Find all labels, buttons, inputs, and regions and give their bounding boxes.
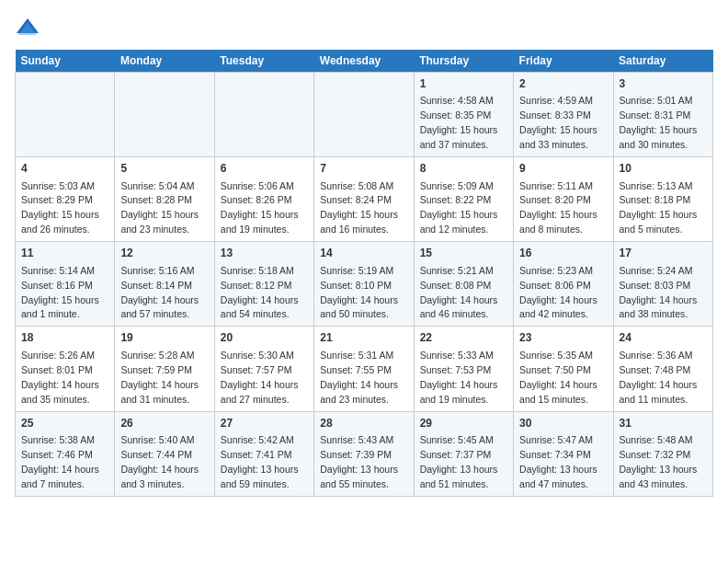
day-number: 24 bbox=[620, 330, 707, 346]
day-info: Sunrise: 5:24 AM Sunset: 8:03 PM Dayligh… bbox=[620, 265, 698, 320]
day-info: Sunrise: 5:01 AM Sunset: 8:31 PM Dayligh… bbox=[620, 95, 698, 150]
calendar-week-5: 25Sunrise: 5:38 AM Sunset: 7:46 PM Dayli… bbox=[16, 411, 713, 496]
day-number: 27 bbox=[221, 416, 308, 431]
header-cell-tuesday: Tuesday bbox=[214, 50, 313, 73]
day-info: Sunrise: 5:03 AM Sunset: 8:29 PM Dayligh… bbox=[21, 180, 99, 236]
day-number: 8 bbox=[420, 161, 507, 177]
calendar-cell: 30Sunrise: 5:47 AM Sunset: 7:34 PM Dayli… bbox=[514, 411, 613, 496]
day-number: 26 bbox=[120, 416, 208, 431]
day-number: 10 bbox=[620, 161, 707, 177]
day-number: 28 bbox=[320, 416, 407, 431]
page-header bbox=[15, 15, 713, 40]
calendar-cell: 10Sunrise: 5:13 AM Sunset: 8:18 PM Dayli… bbox=[613, 157, 712, 242]
day-info: Sunrise: 5:45 AM Sunset: 7:37 PM Dayligh… bbox=[420, 434, 498, 489]
calendar-cell: 18Sunrise: 5:26 AM Sunset: 8:01 PM Dayli… bbox=[16, 327, 115, 411]
header-cell-monday: Monday bbox=[115, 50, 214, 73]
calendar-cell: 9Sunrise: 5:11 AM Sunset: 8:20 PM Daylig… bbox=[514, 157, 613, 242]
calendar-cell: 7Sunrise: 5:08 AM Sunset: 8:24 PM Daylig… bbox=[314, 157, 414, 242]
day-info: Sunrise: 5:36 AM Sunset: 7:48 PM Dayligh… bbox=[620, 350, 698, 405]
calendar-week-2: 4Sunrise: 5:03 AM Sunset: 8:29 PM Daylig… bbox=[16, 157, 713, 242]
calendar-week-1: 1Sunrise: 4:58 AM Sunset: 8:35 PM Daylig… bbox=[16, 73, 713, 157]
header-cell-wednesday: Wednesday bbox=[314, 50, 414, 73]
day-number: 22 bbox=[420, 330, 507, 346]
calendar-cell: 4Sunrise: 5:03 AM Sunset: 8:29 PM Daylig… bbox=[16, 157, 115, 242]
calendar-cell bbox=[314, 73, 414, 157]
calendar-cell: 6Sunrise: 5:06 AM Sunset: 8:26 PM Daylig… bbox=[214, 157, 313, 242]
calendar-body: 1Sunrise: 4:58 AM Sunset: 8:35 PM Daylig… bbox=[16, 73, 713, 497]
day-info: Sunrise: 5:33 AM Sunset: 7:53 PM Dayligh… bbox=[420, 350, 498, 405]
day-number: 16 bbox=[519, 246, 607, 261]
calendar-cell: 12Sunrise: 5:16 AM Sunset: 8:14 PM Dayli… bbox=[115, 242, 214, 327]
header-cell-friday: Friday bbox=[514, 50, 613, 73]
logo-icon bbox=[15, 15, 40, 40]
day-info: Sunrise: 5:42 AM Sunset: 7:41 PM Dayligh… bbox=[221, 434, 299, 489]
day-number: 23 bbox=[519, 330, 607, 346]
calendar-cell: 24Sunrise: 5:36 AM Sunset: 7:48 PM Dayli… bbox=[613, 327, 712, 411]
day-info: Sunrise: 5:04 AM Sunset: 8:28 PM Dayligh… bbox=[120, 180, 199, 236]
day-info: Sunrise: 5:38 AM Sunset: 7:46 PM Dayligh… bbox=[21, 434, 99, 489]
day-number: 5 bbox=[120, 161, 208, 177]
day-number: 20 bbox=[221, 330, 308, 346]
day-info: Sunrise: 5:08 AM Sunset: 8:24 PM Dayligh… bbox=[320, 180, 398, 236]
header-cell-saturday: Saturday bbox=[613, 50, 712, 73]
calendar-cell: 11Sunrise: 5:14 AM Sunset: 8:16 PM Dayli… bbox=[16, 242, 115, 327]
day-number: 30 bbox=[519, 416, 607, 431]
calendar-cell: 23Sunrise: 5:35 AM Sunset: 7:50 PM Dayli… bbox=[514, 327, 613, 411]
day-number: 17 bbox=[620, 246, 707, 261]
calendar-cell: 14Sunrise: 5:19 AM Sunset: 8:10 PM Dayli… bbox=[314, 242, 414, 327]
day-info: Sunrise: 5:28 AM Sunset: 7:59 PM Dayligh… bbox=[120, 350, 199, 405]
calendar-cell: 26Sunrise: 5:40 AM Sunset: 7:44 PM Dayli… bbox=[115, 411, 214, 496]
day-number: 6 bbox=[221, 161, 308, 177]
calendar-cell: 15Sunrise: 5:21 AM Sunset: 8:08 PM Dayli… bbox=[414, 242, 513, 327]
calendar-cell: 28Sunrise: 5:43 AM Sunset: 7:39 PM Dayli… bbox=[314, 411, 414, 496]
day-info: Sunrise: 5:48 AM Sunset: 7:32 PM Dayligh… bbox=[620, 434, 698, 489]
calendar-cell: 8Sunrise: 5:09 AM Sunset: 8:22 PM Daylig… bbox=[414, 157, 513, 242]
day-number: 11 bbox=[21, 246, 108, 261]
day-info: Sunrise: 5:21 AM Sunset: 8:08 PM Dayligh… bbox=[420, 265, 498, 320]
day-number: 13 bbox=[221, 246, 308, 261]
calendar-cell bbox=[115, 73, 214, 157]
calendar-cell: 31Sunrise: 5:48 AM Sunset: 7:32 PM Dayli… bbox=[613, 411, 712, 496]
calendar-cell: 20Sunrise: 5:30 AM Sunset: 7:57 PM Dayli… bbox=[214, 327, 313, 411]
calendar-cell: 25Sunrise: 5:38 AM Sunset: 7:46 PM Dayli… bbox=[16, 411, 115, 496]
day-number: 25 bbox=[21, 416, 108, 431]
calendar-cell: 16Sunrise: 5:23 AM Sunset: 8:06 PM Dayli… bbox=[514, 242, 613, 327]
day-info: Sunrise: 5:09 AM Sunset: 8:22 PM Dayligh… bbox=[420, 180, 498, 236]
calendar-cell: 29Sunrise: 5:45 AM Sunset: 7:37 PM Dayli… bbox=[414, 411, 513, 496]
day-info: Sunrise: 5:14 AM Sunset: 8:16 PM Dayligh… bbox=[21, 265, 99, 320]
calendar-cell: 13Sunrise: 5:18 AM Sunset: 8:12 PM Dayli… bbox=[214, 242, 313, 327]
day-number: 2 bbox=[519, 76, 607, 92]
calendar-cell: 19Sunrise: 5:28 AM Sunset: 7:59 PM Dayli… bbox=[115, 327, 214, 411]
calendar-cell: 1Sunrise: 4:58 AM Sunset: 8:35 PM Daylig… bbox=[414, 73, 513, 157]
day-info: Sunrise: 5:35 AM Sunset: 7:50 PM Dayligh… bbox=[519, 350, 597, 405]
calendar-cell: 17Sunrise: 5:24 AM Sunset: 8:03 PM Dayli… bbox=[613, 242, 712, 327]
day-number: 1 bbox=[420, 76, 507, 92]
day-info: Sunrise: 5:43 AM Sunset: 7:39 PM Dayligh… bbox=[320, 434, 398, 489]
day-number: 31 bbox=[620, 416, 707, 431]
day-info: Sunrise: 5:06 AM Sunset: 8:26 PM Dayligh… bbox=[221, 180, 299, 236]
calendar-cell: 3Sunrise: 5:01 AM Sunset: 8:31 PM Daylig… bbox=[613, 73, 712, 157]
day-info: Sunrise: 4:59 AM Sunset: 8:33 PM Dayligh… bbox=[519, 95, 597, 150]
calendar-cell bbox=[16, 73, 115, 157]
day-number: 15 bbox=[420, 246, 507, 261]
calendar-cell bbox=[214, 73, 313, 157]
calendar-cell: 21Sunrise: 5:31 AM Sunset: 7:55 PM Dayli… bbox=[314, 327, 414, 411]
day-info: Sunrise: 5:11 AM Sunset: 8:20 PM Dayligh… bbox=[519, 180, 597, 236]
day-number: 7 bbox=[320, 161, 407, 177]
day-info: Sunrise: 5:18 AM Sunset: 8:12 PM Dayligh… bbox=[221, 265, 299, 320]
header-cell-thursday: Thursday bbox=[414, 50, 513, 73]
header-row: SundayMondayTuesdayWednesdayThursdayFrid… bbox=[16, 50, 713, 73]
day-number: 12 bbox=[120, 246, 208, 261]
calendar-cell: 5Sunrise: 5:04 AM Sunset: 8:28 PM Daylig… bbox=[115, 157, 214, 242]
day-number: 18 bbox=[21, 330, 108, 346]
day-info: Sunrise: 5:31 AM Sunset: 7:55 PM Dayligh… bbox=[320, 350, 398, 405]
day-info: Sunrise: 5:40 AM Sunset: 7:44 PM Dayligh… bbox=[120, 434, 199, 489]
day-info: Sunrise: 5:16 AM Sunset: 8:14 PM Dayligh… bbox=[120, 265, 199, 320]
calendar-header: SundayMondayTuesdayWednesdayThursdayFrid… bbox=[16, 50, 713, 73]
calendar-week-3: 11Sunrise: 5:14 AM Sunset: 8:16 PM Dayli… bbox=[16, 242, 713, 327]
day-info: Sunrise: 5:23 AM Sunset: 8:06 PM Dayligh… bbox=[519, 265, 597, 320]
header-cell-sunday: Sunday bbox=[16, 50, 115, 73]
day-number: 19 bbox=[120, 330, 208, 346]
day-number: 9 bbox=[519, 161, 607, 177]
calendar-cell: 22Sunrise: 5:33 AM Sunset: 7:53 PM Dayli… bbox=[414, 327, 513, 411]
